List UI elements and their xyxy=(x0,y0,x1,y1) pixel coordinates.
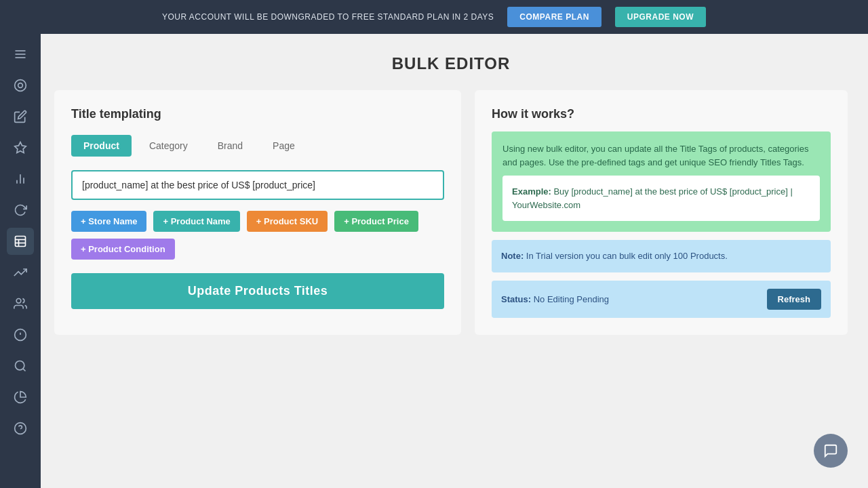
tab-brand[interactable]: Brand xyxy=(205,135,255,157)
status-text: Status: No Editing Pending xyxy=(501,294,609,304)
top-banner: YOUR ACCOUNT WILL BE DOWNGRADED TO FREE … xyxy=(0,0,868,34)
title-templating-card: Title templating Product Category Brand … xyxy=(54,90,461,335)
upgrade-now-button[interactable]: UPGRADE NOW xyxy=(615,7,706,27)
tag-store-name[interactable]: + Store Name xyxy=(71,211,146,232)
how-it-works-heading: How it works? xyxy=(492,107,831,121)
banner-text: YOUR ACCOUNT WILL BE DOWNGRADED TO FREE … xyxy=(162,12,494,22)
tabs-container: Product Category Brand Page xyxy=(71,135,444,157)
example-box: Example: Buy [product_name] at the best … xyxy=(502,176,820,221)
sidebar-item-alert[interactable] xyxy=(7,321,34,348)
tab-category[interactable]: Category xyxy=(137,135,200,157)
note-text: In Trial version you can bulk edit only … xyxy=(526,251,728,261)
sidebar-item-edit[interactable] xyxy=(7,103,34,130)
svg-line-18 xyxy=(23,369,26,371)
note-label: Note: xyxy=(501,251,524,261)
sidebar-item-chart[interactable] xyxy=(7,165,34,192)
sidebar-item-trending[interactable] xyxy=(7,259,34,286)
tag-product-price[interactable]: + Product Price xyxy=(334,211,418,232)
sidebar-item-palette[interactable] xyxy=(7,72,34,99)
status-value: No Editing Pending xyxy=(534,294,609,304)
how-it-works-card: How it works? Using new bulk editor, you… xyxy=(475,90,848,335)
tag-buttons-container: + Store Name + Product Name + Product SK… xyxy=(71,211,444,260)
svg-rect-9 xyxy=(16,237,26,247)
sidebar-item-pie[interactable] xyxy=(7,384,34,411)
page-title: BULK EDITOR xyxy=(54,54,848,73)
svg-point-4 xyxy=(18,83,23,88)
note-box: Note: In Trial version you can bulk edit… xyxy=(492,240,831,272)
status-box: Status: No Editing Pending Refresh xyxy=(492,281,831,318)
example-label: Example: xyxy=(512,186,551,197)
card-heading: Title templating xyxy=(71,107,444,121)
sidebar-item-menu[interactable] xyxy=(7,41,34,68)
compare-plan-button[interactable]: COMPARE PLAN xyxy=(507,7,601,27)
tag-product-condition[interactable]: + Product Condition xyxy=(71,239,175,260)
sidebar xyxy=(0,34,41,488)
sidebar-item-search[interactable] xyxy=(7,352,34,380)
main-content: i BULK EDITOR Title templating Product C… xyxy=(41,34,868,488)
info-description-box: Using new bulk editor, you can update al… xyxy=(492,131,831,232)
info-description-text: Using new bulk editor, you can update al… xyxy=(502,144,808,167)
sidebar-item-help[interactable] xyxy=(7,415,34,442)
chat-button[interactable] xyxy=(814,434,848,468)
sidebar-item-star[interactable] xyxy=(7,134,34,161)
example-text: Buy [product_name] at the best price of … xyxy=(512,186,793,210)
svg-point-13 xyxy=(16,299,21,304)
tab-page[interactable]: Page xyxy=(260,135,307,157)
tag-product-name[interactable]: + Product Name xyxy=(153,211,239,232)
tab-product[interactable]: Product xyxy=(71,135,132,157)
status-label: Status: xyxy=(501,294,531,304)
sidebar-item-table[interactable] xyxy=(7,228,34,255)
tag-product-sku[interactable]: + Product SKU xyxy=(247,211,328,232)
template-input[interactable] xyxy=(71,170,444,200)
svg-marker-5 xyxy=(15,142,26,153)
refresh-button[interactable]: Refresh xyxy=(767,289,821,310)
sidebar-item-group[interactable] xyxy=(7,290,34,317)
svg-point-3 xyxy=(15,80,26,92)
svg-point-17 xyxy=(16,361,24,370)
sidebar-item-refresh[interactable] xyxy=(7,197,34,224)
update-products-button[interactable]: Update Products Titles xyxy=(71,273,444,309)
